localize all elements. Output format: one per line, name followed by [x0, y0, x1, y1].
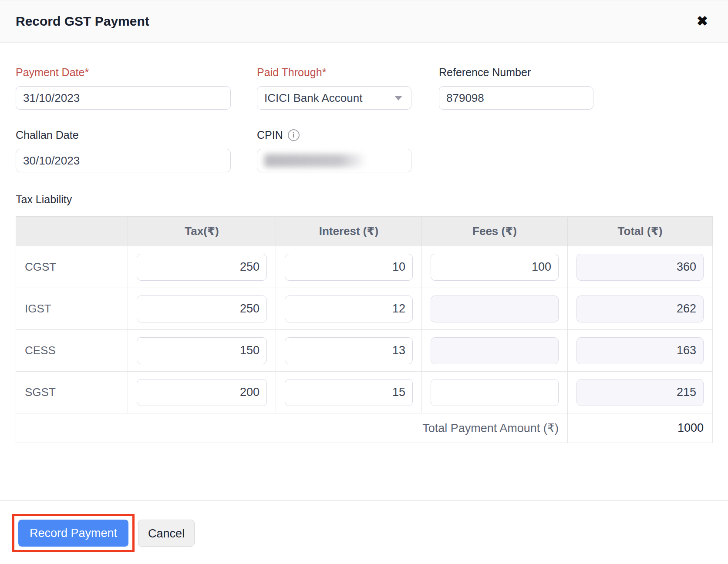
sgst-fees-input[interactable] — [431, 379, 559, 406]
total-payment-amount-label: Total Payment Amount (₹) — [16, 413, 568, 443]
dialog-title: Record GST Payment — [16, 14, 149, 29]
column-header-blank — [16, 217, 128, 246]
table-header-row: Tax(₹) Interest (₹) Fees (₹) Total (₹) — [16, 217, 713, 246]
cpin-redacted-value — [264, 154, 364, 167]
payment-date-label: Payment Date* — [16, 66, 231, 79]
row-label-cgst: CGST — [16, 246, 128, 288]
cgst-tax-input[interactable] — [137, 254, 267, 281]
cgst-total-input — [576, 254, 704, 281]
sgst-total-input — [576, 379, 704, 406]
payment-date-input[interactable] — [16, 86, 231, 110]
dialog-body: Payment Date* Paid Through* ICICI Bank A… — [0, 66, 728, 443]
record-gst-payment-dialog: Record GST Payment ✖ Payment Date* Paid … — [0, 0, 728, 564]
row-label-igst: IGST — [16, 288, 128, 330]
form-row-2: Challan Date CPIN i — [16, 129, 712, 172]
column-header-fees: Fees (₹) — [422, 217, 568, 246]
close-icon[interactable]: ✖ — [697, 14, 708, 28]
cancel-button[interactable]: Cancel — [138, 520, 195, 547]
payment-date-group: Payment Date* — [16, 66, 231, 110]
cpin-label: CPIN i — [257, 129, 411, 141]
challan-date-label: Challan Date — [16, 129, 231, 141]
row-label-sgst: SGST — [16, 372, 128, 413]
challan-date-group: Challan Date — [16, 129, 231, 172]
cgst-interest-input[interactable] — [285, 254, 413, 281]
info-icon[interactable]: i — [288, 129, 300, 141]
cpin-group: CPIN i — [257, 129, 411, 172]
record-payment-highlight-box: Record Payment — [12, 514, 135, 552]
table-row-igst: IGST — [16, 288, 713, 330]
table-footer-row: Total Payment Amount (₹) 1000 — [16, 413, 713, 443]
paid-through-group: Paid Through* ICICI Bank Account — [257, 66, 411, 110]
reference-number-group: Reference Number — [439, 66, 593, 110]
chevron-down-icon — [394, 96, 402, 101]
paid-through-value: ICICI Bank Account — [264, 91, 362, 105]
total-payment-amount-value: 1000 — [568, 413, 713, 443]
table-row-sgst: SGST — [16, 372, 713, 413]
tax-liability-section-label: Tax Liability — [16, 193, 712, 206]
challan-date-input[interactable] — [16, 149, 231, 172]
igst-interest-input[interactable] — [285, 295, 413, 322]
column-header-interest: Interest (₹) — [276, 217, 422, 246]
cgst-fees-input[interactable] — [431, 254, 559, 281]
igst-fees-input — [431, 295, 559, 322]
dialog-footer: Record Payment Cancel — [0, 501, 728, 552]
table-row-cess: CESS — [16, 330, 713, 372]
sgst-interest-input[interactable] — [285, 379, 413, 406]
cess-tax-input[interactable] — [137, 337, 267, 364]
paid-through-select[interactable]: ICICI Bank Account — [257, 86, 411, 110]
row-label-cess: CESS — [16, 330, 128, 372]
column-header-tax: Tax(₹) — [128, 217, 276, 246]
reference-number-input[interactable] — [439, 86, 593, 110]
table-row-cgst: CGST — [16, 246, 713, 288]
paid-through-label: Paid Through* — [257, 66, 411, 79]
tax-liability-table: Tax(₹) Interest (₹) Fees (₹) Total (₹) C… — [16, 216, 713, 443]
sgst-tax-input[interactable] — [137, 379, 267, 406]
record-payment-button[interactable]: Record Payment — [18, 520, 128, 547]
cess-fees-input — [431, 337, 559, 364]
column-header-total: Total (₹) — [568, 217, 713, 246]
igst-total-input — [576, 295, 704, 322]
cess-total-input — [576, 337, 704, 364]
form-row-1: Payment Date* Paid Through* ICICI Bank A… — [16, 66, 712, 110]
cess-interest-input[interactable] — [285, 337, 413, 364]
cpin-input[interactable] — [257, 149, 411, 172]
igst-tax-input[interactable] — [137, 295, 267, 322]
cpin-label-text: CPIN — [257, 129, 283, 141]
dialog-header: Record GST Payment ✖ — [0, 0, 728, 43]
reference-number-label: Reference Number — [439, 66, 593, 79]
